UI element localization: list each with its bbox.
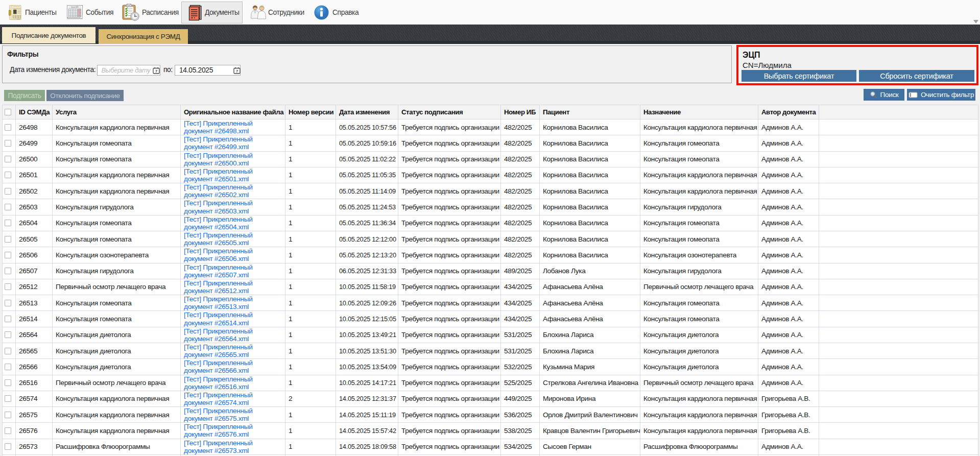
svg-text:7: 7 <box>236 69 238 74</box>
svg-text:7: 7 <box>155 69 157 74</box>
svg-text:Januar 2009: Januar 2009 <box>71 6 79 8</box>
